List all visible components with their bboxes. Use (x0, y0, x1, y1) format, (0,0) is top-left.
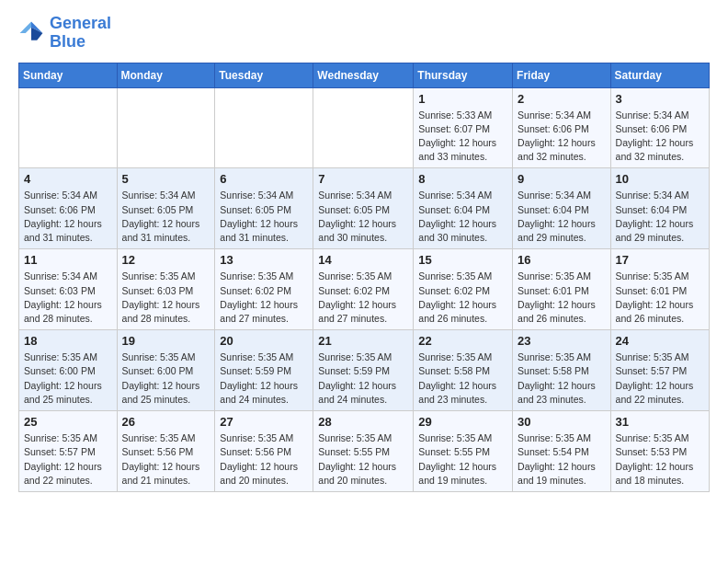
day-info: Sunrise: 5:34 AM Sunset: 6:06 PM Dayligh… (616, 109, 704, 165)
day-info: Sunrise: 5:34 AM Sunset: 6:04 PM Dayligh… (518, 189, 606, 245)
calendar-week: 18Sunrise: 5:35 AM Sunset: 6:00 PM Dayli… (19, 330, 710, 411)
day-info: Sunrise: 5:34 AM Sunset: 6:06 PM Dayligh… (518, 109, 606, 165)
calendar-cell: 6Sunrise: 5:34 AM Sunset: 6:05 PM Daylig… (215, 168, 313, 249)
day-info: Sunrise: 5:34 AM Sunset: 6:06 PM Dayligh… (24, 189, 112, 245)
logo: General Blue (18, 15, 111, 52)
day-number: 27 (220, 415, 308, 429)
day-number: 31 (616, 415, 704, 429)
day-number: 9 (518, 172, 606, 186)
day-info: Sunrise: 5:33 AM Sunset: 6:07 PM Dayligh… (418, 109, 507, 165)
calendar-cell: 2Sunrise: 5:34 AM Sunset: 6:06 PM Daylig… (513, 87, 611, 168)
calendar-cell: 3Sunrise: 5:34 AM Sunset: 6:06 PM Daylig… (610, 87, 709, 168)
day-info: Sunrise: 5:35 AM Sunset: 5:55 PM Dayligh… (318, 431, 408, 488)
calendar-cell: 20Sunrise: 5:35 AM Sunset: 5:59 PM Dayli… (215, 330, 313, 411)
day-number: 21 (318, 334, 408, 348)
calendar-cell: 31Sunrise: 5:35 AM Sunset: 5:53 PM Dayli… (610, 411, 709, 492)
day-number: 28 (318, 415, 408, 429)
day-info: Sunrise: 5:35 AM Sunset: 6:02 PM Dayligh… (220, 270, 308, 326)
day-number: 19 (122, 334, 210, 348)
day-number: 1 (418, 92, 507, 106)
day-number: 23 (518, 334, 606, 348)
day-info: Sunrise: 5:35 AM Sunset: 6:02 PM Dayligh… (418, 270, 507, 326)
day-info: Sunrise: 5:35 AM Sunset: 5:56 PM Dayligh… (220, 431, 308, 488)
calendar-week: 4Sunrise: 5:34 AM Sunset: 6:06 PM Daylig… (19, 168, 710, 249)
day-info: Sunrise: 5:35 AM Sunset: 6:03 PM Dayligh… (122, 270, 210, 326)
day-info: Sunrise: 5:35 AM Sunset: 5:59 PM Dayligh… (318, 350, 408, 407)
header-day: Friday (513, 63, 611, 87)
calendar-cell: 4Sunrise: 5:34 AM Sunset: 6:06 PM Daylig… (19, 168, 118, 249)
calendar-week: 1Sunrise: 5:33 AM Sunset: 6:07 PM Daylig… (19, 87, 710, 168)
calendar-cell: 30Sunrise: 5:35 AM Sunset: 5:54 PM Dayli… (513, 411, 611, 492)
calendar-cell: 21Sunrise: 5:35 AM Sunset: 5:59 PM Dayli… (313, 330, 414, 411)
day-info: Sunrise: 5:34 AM Sunset: 6:03 PM Dayligh… (24, 270, 112, 326)
day-info: Sunrise: 5:35 AM Sunset: 6:00 PM Dayligh… (24, 350, 112, 407)
calendar-cell: 7Sunrise: 5:34 AM Sunset: 6:05 PM Daylig… (313, 168, 414, 249)
day-info: Sunrise: 5:35 AM Sunset: 6:00 PM Dayligh… (122, 350, 210, 407)
day-number: 16 (518, 253, 606, 267)
header-day: Saturday (610, 63, 709, 87)
calendar-cell: 18Sunrise: 5:35 AM Sunset: 6:00 PM Dayli… (19, 330, 118, 411)
calendar-cell: 9Sunrise: 5:34 AM Sunset: 6:04 PM Daylig… (513, 168, 611, 249)
day-info: Sunrise: 5:35 AM Sunset: 5:58 PM Dayligh… (518, 350, 606, 407)
header-day: Wednesday (313, 63, 414, 87)
day-info: Sunrise: 5:35 AM Sunset: 6:02 PM Dayligh… (318, 270, 408, 326)
calendar-cell: 28Sunrise: 5:35 AM Sunset: 5:55 PM Dayli… (313, 411, 414, 492)
calendar-cell: 26Sunrise: 5:35 AM Sunset: 5:56 PM Dayli… (117, 411, 215, 492)
header-day: Sunday (19, 63, 118, 87)
calendar-cell: 24Sunrise: 5:35 AM Sunset: 5:57 PM Dayli… (610, 330, 709, 411)
day-number: 12 (122, 253, 210, 267)
day-info: Sunrise: 5:35 AM Sunset: 5:56 PM Dayligh… (122, 431, 210, 488)
day-info: Sunrise: 5:34 AM Sunset: 6:04 PM Dayligh… (616, 189, 704, 245)
calendar-cell (117, 87, 215, 168)
day-number: 7 (318, 172, 408, 186)
logo-text: General Blue (50, 15, 111, 52)
calendar-cell: 22Sunrise: 5:35 AM Sunset: 5:58 PM Dayli… (414, 330, 513, 411)
calendar-cell (215, 87, 313, 168)
day-number: 13 (220, 253, 308, 267)
calendar-cell: 1Sunrise: 5:33 AM Sunset: 6:07 PM Daylig… (414, 87, 513, 168)
calendar-cell: 16Sunrise: 5:35 AM Sunset: 6:01 PM Dayli… (513, 249, 611, 330)
day-number: 5 (122, 172, 210, 186)
calendar-cell: 5Sunrise: 5:34 AM Sunset: 6:05 PM Daylig… (117, 168, 215, 249)
day-number: 11 (24, 253, 112, 267)
calendar-header: SundayMondayTuesdayWednesdayThursdayFrid… (19, 63, 710, 87)
day-number: 22 (418, 334, 507, 348)
header-day: Thursday (414, 63, 513, 87)
day-info: Sunrise: 5:35 AM Sunset: 5:53 PM Dayligh… (616, 431, 704, 488)
day-info: Sunrise: 5:34 AM Sunset: 6:04 PM Dayligh… (418, 189, 507, 245)
day-info: Sunrise: 5:35 AM Sunset: 5:55 PM Dayligh… (418, 431, 507, 488)
day-number: 24 (616, 334, 704, 348)
day-number: 2 (518, 92, 606, 106)
calendar-week: 25Sunrise: 5:35 AM Sunset: 5:57 PM Dayli… (19, 411, 710, 492)
day-number: 20 (220, 334, 308, 348)
calendar-cell: 10Sunrise: 5:34 AM Sunset: 6:04 PM Dayli… (610, 168, 709, 249)
calendar-cell: 29Sunrise: 5:35 AM Sunset: 5:55 PM Dayli… (414, 411, 513, 492)
header-day: Tuesday (215, 63, 313, 87)
calendar-cell: 8Sunrise: 5:34 AM Sunset: 6:04 PM Daylig… (414, 168, 513, 249)
header-day: Monday (117, 63, 215, 87)
calendar-week: 11Sunrise: 5:34 AM Sunset: 6:03 PM Dayli… (19, 249, 710, 330)
day-number: 26 (122, 415, 210, 429)
calendar-cell (313, 87, 414, 168)
day-info: Sunrise: 5:35 AM Sunset: 5:59 PM Dayligh… (220, 350, 308, 407)
day-number: 17 (616, 253, 704, 267)
day-info: Sunrise: 5:35 AM Sunset: 6:01 PM Dayligh… (518, 270, 606, 326)
day-number: 18 (24, 334, 112, 348)
day-number: 30 (518, 415, 606, 429)
day-info: Sunrise: 5:35 AM Sunset: 5:54 PM Dayligh… (518, 431, 606, 488)
day-number: 4 (24, 172, 112, 186)
page-header: General Blue (18, 15, 710, 52)
day-number: 3 (616, 92, 704, 106)
calendar-cell (19, 87, 118, 168)
day-number: 6 (220, 172, 308, 186)
calendar-cell: 27Sunrise: 5:35 AM Sunset: 5:56 PM Dayli… (215, 411, 313, 492)
calendar-cell: 13Sunrise: 5:35 AM Sunset: 6:02 PM Dayli… (215, 249, 313, 330)
calendar-cell: 23Sunrise: 5:35 AM Sunset: 5:58 PM Dayli… (513, 330, 611, 411)
calendar-cell: 19Sunrise: 5:35 AM Sunset: 6:00 PM Dayli… (117, 330, 215, 411)
calendar-cell: 14Sunrise: 5:35 AM Sunset: 6:02 PM Dayli… (313, 249, 414, 330)
day-info: Sunrise: 5:35 AM Sunset: 5:57 PM Dayligh… (24, 431, 112, 488)
day-number: 25 (24, 415, 112, 429)
day-info: Sunrise: 5:35 AM Sunset: 5:57 PM Dayligh… (616, 350, 704, 407)
day-number: 15 (418, 253, 507, 267)
day-info: Sunrise: 5:34 AM Sunset: 6:05 PM Dayligh… (318, 189, 408, 245)
